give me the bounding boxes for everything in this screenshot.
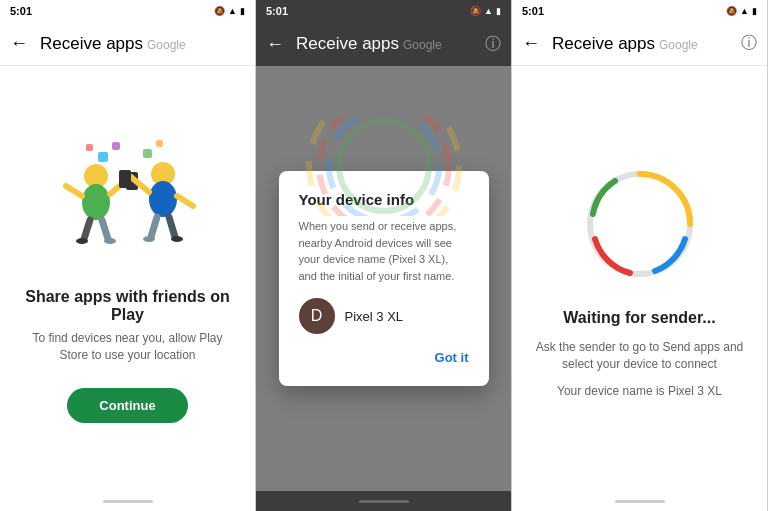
app-bar-title-3: Receive appsGoogle <box>552 34 741 54</box>
device-name: Pixel 3 XL <box>345 309 404 324</box>
screen1-heading: Share apps with friends on Play <box>20 288 235 324</box>
status-time-2: 5:01 <box>266 5 288 17</box>
status-time-3: 5:01 <box>522 5 544 17</box>
svg-point-17 <box>171 236 183 242</box>
svg-line-14 <box>151 217 157 237</box>
svg-line-15 <box>169 217 175 237</box>
app-bar-title-2: Receive appsGoogle <box>296 34 485 54</box>
screen-3: 5:01 🔕 ▲ ▮ ← Receive appsGoogle ⓘ <box>512 0 768 511</box>
svg-rect-18 <box>98 152 108 162</box>
svg-rect-20 <box>86 144 93 151</box>
battery-icon: ▮ <box>240 6 245 16</box>
back-button-1[interactable]: ← <box>10 33 28 54</box>
svg-point-16 <box>143 236 155 242</box>
svg-line-5 <box>84 220 90 239</box>
screen1-content: Share apps with friends on Play To find … <box>0 66 255 491</box>
info-button-3[interactable]: ⓘ <box>741 33 757 54</box>
app-bar-3: ← Receive appsGoogle ⓘ <box>512 22 767 66</box>
screen-2: 5:01 🔕 ▲ ▮ ← Receive appsGoogle ⓘ Your d… <box>256 0 512 511</box>
got-it-button[interactable]: Got it <box>435 350 469 365</box>
mute-icon-3: 🔕 <box>726 6 737 16</box>
status-icons-1: 🔕 ▲ ▮ <box>214 6 245 16</box>
svg-rect-12 <box>119 170 131 188</box>
screen3-device-name: Your device name is Pixel 3 XL <box>557 384 722 398</box>
app-bar-1: ← Receive appsGoogle <box>0 22 255 66</box>
svg-point-10 <box>149 181 177 217</box>
back-button-2[interactable]: ← <box>266 34 284 55</box>
status-bar-3: 5:01 🔕 ▲ ▮ <box>512 0 767 22</box>
waiting-svg <box>575 159 705 289</box>
status-bar-2: 5:01 🔕 ▲ ▮ <box>256 0 511 22</box>
continue-button[interactable]: Continue <box>67 388 187 423</box>
status-time-1: 5:01 <box>10 5 32 17</box>
bg-circles <box>294 116 474 216</box>
svg-point-8 <box>104 238 116 244</box>
waiting-circle <box>575 159 705 289</box>
people-illustration <box>48 134 208 264</box>
svg-line-13 <box>177 196 193 206</box>
wifi-icon-2: ▲ <box>484 6 493 16</box>
svg-point-23 <box>339 121 429 211</box>
device-info-row: D Pixel 3 XL <box>299 298 469 334</box>
screen3-content: Waiting for sender... Ask the sender to … <box>512 66 767 491</box>
bottom-bar-1 <box>103 500 153 503</box>
screen3-subtext: Ask the sender to go to Send apps and se… <box>532 339 747 373</box>
mute-icon: 🔕 <box>214 6 225 16</box>
status-icons-2: 🔕 ▲ ▮ <box>470 6 501 16</box>
svg-point-7 <box>76 238 88 244</box>
bottom-bar-3 <box>615 500 665 503</box>
screen-1: 5:01 🔕 ▲ ▮ ← Receive appsGoogle <box>0 0 256 511</box>
illustration-svg <box>48 134 208 264</box>
wifi-icon-3: ▲ <box>740 6 749 16</box>
svg-rect-19 <box>112 142 120 150</box>
dialog-action: Got it <box>299 348 469 366</box>
battery-icon-3: ▮ <box>752 6 757 16</box>
bottom-indicator-1 <box>0 491 255 511</box>
svg-line-6 <box>102 220 108 239</box>
google-logo-3: Google <box>659 38 698 52</box>
screen2-content: Your device info When you send or receiv… <box>256 66 511 491</box>
google-logo-2: Google <box>403 38 442 52</box>
mute-icon-2: 🔕 <box>470 6 481 16</box>
svg-point-1 <box>82 184 110 220</box>
status-icons-3: 🔕 ▲ ▮ <box>726 6 757 16</box>
wifi-icon: ▲ <box>228 6 237 16</box>
svg-line-2 <box>66 186 82 196</box>
status-bar-1: 5:01 🔕 ▲ ▮ <box>0 0 255 22</box>
app-bar-2: ← Receive appsGoogle ⓘ <box>256 22 511 66</box>
bottom-indicator-2 <box>256 491 511 511</box>
google-logo-1: Google <box>147 38 186 52</box>
screen1-text-section: Share apps with friends on Play To find … <box>20 288 235 364</box>
battery-icon-2: ▮ <box>496 6 501 16</box>
device-avatar: D <box>299 298 335 334</box>
svg-point-24 <box>329 116 439 216</box>
info-button-2[interactable]: ⓘ <box>485 34 501 55</box>
svg-rect-21 <box>143 149 152 158</box>
dialog-body: When you send or receive apps, nearby An… <box>299 218 469 284</box>
bottom-indicator-3 <box>512 491 767 511</box>
screen1-subtext: To find devices near you, allow Play Sto… <box>20 330 235 364</box>
screen3-heading: Waiting for sender... <box>563 309 715 327</box>
app-bar-title-1: Receive appsGoogle <box>40 34 245 54</box>
bottom-bar-2 <box>359 500 409 503</box>
svg-rect-22 <box>156 140 163 147</box>
back-button-3[interactable]: ← <box>522 33 540 54</box>
